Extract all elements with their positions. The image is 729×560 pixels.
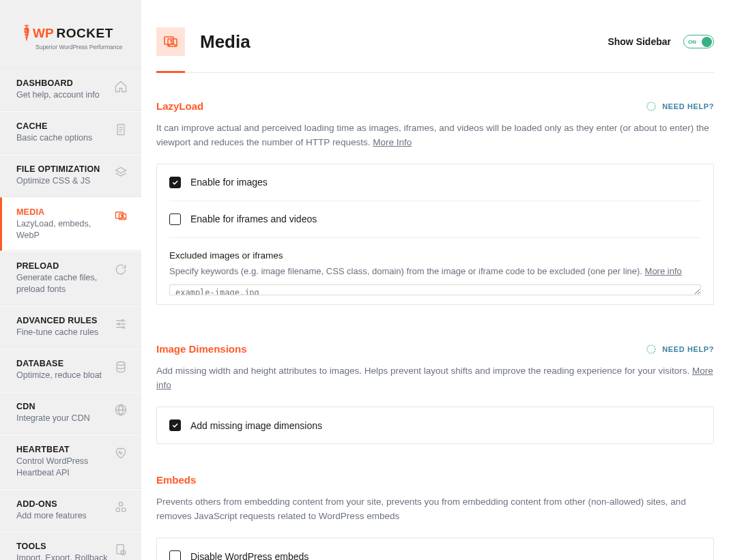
nav-sub: Optimize, reduce bloat	[16, 370, 114, 381]
opt-enable-iframes[interactable]: Enable for iframes and videos	[169, 201, 701, 238]
checkbox-label: Disable WordPress embeds	[190, 551, 309, 560]
svg-point-7	[117, 362, 125, 366]
svg-point-17	[647, 102, 655, 110]
nav-title: ADVANCED RULES	[16, 316, 114, 325]
checkbox-label: Enable for images	[190, 177, 268, 188]
nav-item-addons[interactable]: ADD-ONS Add more features	[0, 489, 141, 532]
nav-sub: Import, Export, Rollback	[16, 552, 114, 560]
nav-title: MEDIA	[16, 207, 114, 217]
nav-sub: Generate cache files, preload fonts	[16, 272, 114, 295]
help-text: NEED HELP?	[662, 345, 714, 353]
svg-point-4	[121, 320, 124, 322]
sliders-icon	[114, 317, 128, 331]
svg-rect-11	[122, 507, 126, 511]
nav-title: HEARTBEAT	[16, 445, 114, 454]
section-lazyload: LazyLoad NEED HELP? It can improve actua…	[156, 100, 714, 305]
embeds-options: Disable WordPress embeds	[156, 537, 714, 560]
nav: DASHBOARD Get help, account info CACHE B…	[0, 68, 141, 560]
nav-title: CACHE	[16, 121, 114, 131]
nav-item-advanced-rules[interactable]: ADVANCED RULES Fine-tune cache rules	[0, 306, 141, 349]
checkbox-label: Enable for iframes and videos	[190, 213, 317, 224]
nav-sub: Control WordPress Heartbeat API	[16, 456, 114, 479]
svg-point-6	[123, 327, 125, 329]
svg-rect-9	[119, 502, 123, 505]
page-title: Media	[200, 31, 251, 53]
database-icon	[114, 360, 128, 374]
nav-title: ADD-ONS	[16, 499, 114, 509]
main: Media Show Sidebar ON LazyLoad NEED HELP…	[141, 0, 729, 560]
tools-icon	[114, 543, 128, 557]
lazyload-options: Enable for images Enable for iframes and…	[156, 164, 714, 306]
globe-icon	[114, 403, 128, 417]
sidebar: WP ROCKET Superior WordPress Performance…	[0, 0, 141, 560]
nav-sub: LazyLoad, embeds, WebP	[16, 218, 114, 241]
show-sidebar-label: Show Sidebar	[608, 36, 671, 47]
checkbox-image-dimensions[interactable]	[169, 419, 181, 431]
excluded-textarea[interactable]	[169, 284, 701, 295]
toggle-knob	[702, 37, 712, 47]
show-sidebar-toggle[interactable]: ON	[683, 35, 714, 48]
need-help-link[interactable]: NEED HELP?	[646, 344, 714, 355]
embeds-title: Embeds	[156, 474, 196, 486]
nav-title: DATABASE	[16, 359, 114, 368]
nav-item-dashboard[interactable]: DASHBOARD Get help, account info	[0, 68, 141, 111]
help-icon	[646, 101, 657, 112]
checkbox-enable-iframes[interactable]	[169, 213, 181, 225]
logo: WP ROCKET Superior WordPress Performance	[0, 0, 141, 68]
svg-point-5	[118, 323, 120, 325]
svg-point-16	[171, 40, 172, 42]
page-media-icon	[156, 27, 185, 56]
excluded-block: Excluded images or iframes Specify keywo…	[169, 238, 701, 305]
excluded-desc: Specify keywords (e.g. image filename, C…	[169, 265, 701, 278]
heartbeat-icon	[114, 446, 128, 460]
image-dim-options: Add missing image dimensions	[156, 407, 714, 444]
help-text: NEED HELP?	[662, 102, 714, 110]
nav-item-preload[interactable]: PRELOAD Generate cache files, preload fo…	[0, 251, 141, 306]
nav-title: DASHBOARD	[16, 78, 114, 88]
svg-rect-10	[116, 507, 119, 511]
need-help-link[interactable]: NEED HELP?	[646, 101, 714, 112]
nav-item-database[interactable]: DATABASE Optimize, reduce bloat	[0, 349, 141, 392]
image-dim-desc: Add missing width and height attributes …	[156, 364, 714, 393]
more-info-link[interactable]: More info	[645, 266, 682, 276]
checkbox-enable-images[interactable]	[169, 177, 181, 188]
document-icon	[114, 123, 128, 136]
nav-item-heartbeat[interactable]: HEARTBEAT Control WordPress Heartbeat AP…	[0, 434, 141, 489]
opt-disable-embeds[interactable]: Disable WordPress embeds	[169, 538, 701, 560]
page-header: Media Show Sidebar ON	[156, 0, 714, 73]
image-dim-title: Image Dimensions	[156, 343, 247, 355]
nav-item-cache[interactable]: CACHE Basic cache options	[0, 111, 141, 154]
nav-title: TOOLS	[16, 542, 114, 551]
section-embeds: Embeds Prevents others from embedding co…	[156, 474, 714, 560]
logo-tagline: Superior WordPress Performance	[35, 44, 126, 50]
nav-item-tools[interactable]: TOOLS Import, Export, Rollback	[0, 531, 141, 560]
nav-sub: Basic cache options	[16, 132, 114, 144]
embeds-desc: Prevents others from embedding content f…	[156, 495, 714, 524]
logo-rocket: ROCKET	[57, 26, 113, 41]
checkbox-disable-embeds[interactable]	[169, 550, 181, 560]
boxes-icon	[114, 501, 128, 514]
nav-title: FILE OPTIMIZATION	[16, 164, 114, 174]
toggle-on-label: ON	[688, 39, 696, 45]
nav-item-file-optimization[interactable]: FILE OPTIMIZATION Optimize CSS & JS	[0, 154, 141, 197]
media-icon	[114, 209, 128, 222]
svg-point-18	[647, 345, 655, 353]
lazyload-desc: It can improve actual and perceived load…	[156, 121, 714, 150]
help-icon	[646, 344, 657, 355]
more-info-link[interactable]: More Info	[373, 137, 412, 147]
nav-sub: Optimize CSS & JS	[16, 175, 114, 187]
checkbox-label: Add missing image dimensions	[190, 420, 322, 431]
nav-sub: Fine-tune cache rules	[16, 327, 114, 338]
svg-point-3	[121, 215, 123, 216]
nav-title: CDN	[16, 402, 114, 411]
opt-enable-images[interactable]: Enable for images	[169, 164, 701, 201]
logo-wp: WP	[33, 26, 54, 41]
nav-item-cdn[interactable]: CDN Integrate your CDN	[0, 392, 141, 434]
lazyload-title: LazyLoad	[156, 100, 203, 112]
nav-sub: Add more features	[16, 510, 114, 522]
opt-image-dimensions[interactable]: Add missing image dimensions	[169, 407, 701, 443]
carrot-icon	[20, 25, 33, 42]
section-image-dimensions: Image Dimensions NEED HELP? Add missing …	[156, 343, 714, 444]
home-icon	[114, 80, 128, 93]
nav-item-media[interactable]: MEDIA LazyLoad, embeds, WebP	[0, 197, 141, 252]
